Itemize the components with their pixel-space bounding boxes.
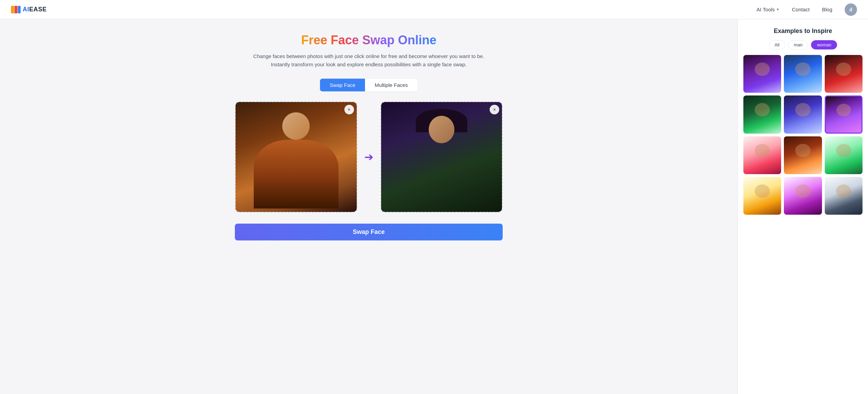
gallery-item[interactable] xyxy=(743,177,781,215)
panel-title: Examples to Inspire xyxy=(743,27,863,35)
gallery-grid xyxy=(743,55,863,215)
tab-swap-face[interactable]: Swap Face xyxy=(320,79,365,91)
filter-all[interactable]: All xyxy=(769,40,785,49)
filter-row: All man woman xyxy=(743,40,863,49)
target-upload-box[interactable]: × xyxy=(380,101,503,213)
page-subtitle: Change faces between photos with just on… xyxy=(252,52,486,69)
svg-rect-0 xyxy=(11,6,14,13)
nav-blog[interactable]: Blog xyxy=(822,7,832,12)
gallery-item[interactable] xyxy=(784,177,822,215)
gallery-item-selected[interactable] xyxy=(825,95,863,133)
tab-multiple-faces[interactable]: Multiple Faces xyxy=(365,79,418,91)
chevron-down-icon: ▼ xyxy=(776,8,779,11)
page-title: Free Face Swap Online xyxy=(301,33,436,47)
filter-woman[interactable]: woman xyxy=(811,40,837,49)
avatar[interactable]: d xyxy=(845,3,857,16)
swap-arrow-icon: ➔ xyxy=(364,150,374,164)
gallery-item[interactable] xyxy=(784,95,822,133)
tabs-container: Swap Face Multiple Faces xyxy=(320,78,418,92)
swap-face-button[interactable]: Swap Face xyxy=(235,224,503,240)
svg-rect-2 xyxy=(18,6,21,13)
gallery-item[interactable] xyxy=(743,55,781,93)
logo-link[interactable]: AIEASE xyxy=(11,6,47,13)
nav-ai-tools[interactable]: AI Tools ▼ xyxy=(756,7,779,12)
main-layout: Free Face Swap Online Change faces betwe… xyxy=(0,19,868,394)
content-area: Free Face Swap Online Change faces betwe… xyxy=(0,19,738,394)
gallery-item[interactable] xyxy=(784,136,822,174)
navbar-nav: AI Tools ▼ Contact Blog d xyxy=(756,3,857,16)
gallery-item[interactable] xyxy=(743,95,781,133)
logo-icon xyxy=(11,6,21,13)
source-upload-box[interactable]: × xyxy=(235,101,357,213)
upload-row: × ➔ × xyxy=(235,101,503,213)
source-image xyxy=(236,102,357,212)
close-source-button[interactable]: × xyxy=(344,105,354,114)
gallery-item[interactable] xyxy=(825,136,863,174)
svg-rect-1 xyxy=(14,6,18,13)
navbar: AIEASE AI Tools ▼ Contact Blog d xyxy=(0,0,868,19)
gallery-item[interactable] xyxy=(743,136,781,174)
filter-man[interactable]: man xyxy=(788,40,808,49)
nav-contact[interactable]: Contact xyxy=(792,7,810,12)
close-target-button[interactable]: × xyxy=(490,105,499,114)
logo-text: AIEASE xyxy=(23,6,47,13)
right-panel: Examples to Inspire All man woman xyxy=(738,19,868,394)
gallery-item[interactable] xyxy=(784,55,822,93)
target-image xyxy=(381,102,502,212)
gallery-item[interactable] xyxy=(825,55,863,93)
gallery-item[interactable] xyxy=(825,177,863,215)
